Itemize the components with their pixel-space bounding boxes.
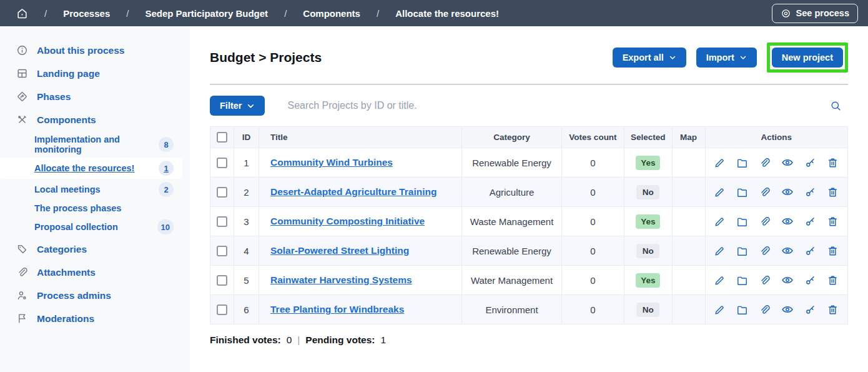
delete-trash-icon[interactable] [827,245,839,257]
attachments-icon[interactable] [759,157,771,169]
folder-icon[interactable] [736,157,748,169]
row-checkbox[interactable] [217,304,227,315]
breadcrumb-components[interactable]: Components [303,8,360,19]
sidebar-item-components[interactable]: Components [0,108,190,131]
sidebar-item-about[interactable]: About this process [0,39,190,62]
select-all-checkbox[interactable] [217,132,227,143]
breadcrumb-processes[interactable]: Processes [63,8,110,19]
info-icon [16,44,28,56]
edit-icon[interactable] [714,304,726,316]
delete-trash-icon[interactable] [827,216,839,228]
new-project-label: New project [782,53,833,63]
table-row: 6 Tree Planting for Windbreaks Environme… [210,295,848,324]
permissions-key-icon[interactable] [804,186,816,198]
delete-trash-icon[interactable] [827,186,839,198]
attachments-icon[interactable] [759,304,771,316]
delete-trash-icon[interactable] [827,304,839,316]
sidebar-item-phases[interactable]: Phases [0,85,190,108]
project-title-link[interactable]: Tree Planting for Windbreaks [270,304,404,314]
header-category: Category [462,127,562,148]
cell-map [672,295,705,324]
header-divider [210,84,848,85]
sidebar-item-categories[interactable]: Categories [0,238,190,261]
permissions-key-icon[interactable] [804,274,816,286]
sidebar-item-process-admins[interactable]: Process admins [0,284,190,307]
cell-votes-count: 0 [562,236,624,266]
header-selected: Selected [624,127,673,148]
edit-icon[interactable] [714,186,726,198]
selected-badge: No [636,244,659,258]
table-row: 2 Desert-Adapted Agriculture Training Ag… [210,178,848,207]
sidebar-item-attachments[interactable]: Attachments [0,261,190,284]
edit-icon[interactable] [714,245,726,257]
attachments-icon[interactable] [759,274,771,286]
breadcrumb-separator: / [377,8,379,19]
sidebar-item-label: About this process [37,45,124,56]
permissions-key-icon[interactable] [804,245,816,257]
project-title-link[interactable]: Community Composting Initiative [270,216,425,226]
selected-badge: No [636,303,659,317]
phases-diamond-icon [16,91,28,103]
project-title-link[interactable]: Rainwater Harvesting Systems [270,274,412,285]
row-checkbox[interactable] [217,187,227,198]
preview-eye-icon[interactable] [781,303,794,316]
home-icon[interactable] [16,8,28,19]
sidebar: About this process Landing page Phases C… [0,26,190,372]
sidebar-item-label: Moderations [37,313,94,324]
edit-icon[interactable] [714,274,726,286]
row-checkbox[interactable] [217,275,227,286]
export-all-button[interactable]: Export all [613,48,686,68]
breadcrumb-process-name[interactable]: Sedep Participatory Budget [145,8,268,19]
export-all-label: Export all [623,53,664,63]
preview-eye-icon[interactable] [781,215,794,228]
search-icon[interactable] [827,98,844,114]
sidebar-item-landing-page[interactable]: Landing page [0,62,190,85]
search-input[interactable] [287,100,805,111]
sidebar-subitem-implementation[interactable]: Implementation and monitoring 8 [0,131,182,158]
project-title-link[interactable]: Solar-Powered Street Lighting [270,245,409,256]
edit-icon[interactable] [714,216,726,228]
breadcrumb-current[interactable]: Allocate the resources! [395,8,499,19]
folder-icon[interactable] [736,186,748,198]
filter-button[interactable]: Filter [210,96,265,116]
delete-trash-icon[interactable] [827,274,839,286]
sidebar-subitem-local-meetings[interactable]: Local meetings 2 [0,179,182,200]
sidebar-subitem-process-phases[interactable]: The process phases [0,200,182,216]
edit-icon[interactable] [714,157,726,169]
row-checkbox[interactable] [217,246,227,256]
permissions-key-icon[interactable] [804,157,816,169]
topbar: / Processes / Sedep Participatory Budget… [0,0,868,26]
sidebar-subitem-allocate-resources[interactable]: Allocate the resources! 1 [0,158,182,179]
new-project-button[interactable]: New project [772,48,843,68]
project-title-link[interactable]: Desert-Adapted Agriculture Training [270,186,436,197]
see-process-button[interactable]: See process [772,4,858,23]
selected-badge: Yes [636,273,660,288]
sidebar-subitem-proposal-collection[interactable]: Proposal collection 10 [0,216,182,238]
folder-icon[interactable] [736,216,748,228]
attachments-icon[interactable] [759,216,771,228]
preview-eye-icon[interactable] [781,244,794,257]
row-checkbox[interactable] [217,216,227,227]
header-map: Map [672,127,705,148]
highlight-annotation: New project [767,43,848,73]
attachments-icon[interactable] [759,245,771,257]
preview-eye-icon[interactable] [781,186,794,198]
cell-map [672,266,705,295]
attachments-icon[interactable] [759,186,771,198]
finished-votes-value: 0 [287,334,292,346]
folder-icon[interactable] [736,245,748,257]
chevron-down-icon [247,102,255,110]
row-checkbox[interactable] [217,158,227,168]
permissions-key-icon[interactable] [804,216,816,228]
sidebar-item-moderations[interactable]: Moderations [0,307,190,330]
cell-votes-count: 0 [562,295,624,324]
folder-icon[interactable] [736,274,748,286]
cell-id: 3 [234,207,259,236]
preview-eye-icon[interactable] [781,274,794,286]
permissions-key-icon[interactable] [804,304,816,316]
import-button[interactable]: Import [696,48,757,68]
folder-icon[interactable] [736,304,748,316]
preview-eye-icon[interactable] [781,156,794,169]
delete-trash-icon[interactable] [827,157,839,169]
project-title-link[interactable]: Community Wind Turbines [270,157,393,168]
